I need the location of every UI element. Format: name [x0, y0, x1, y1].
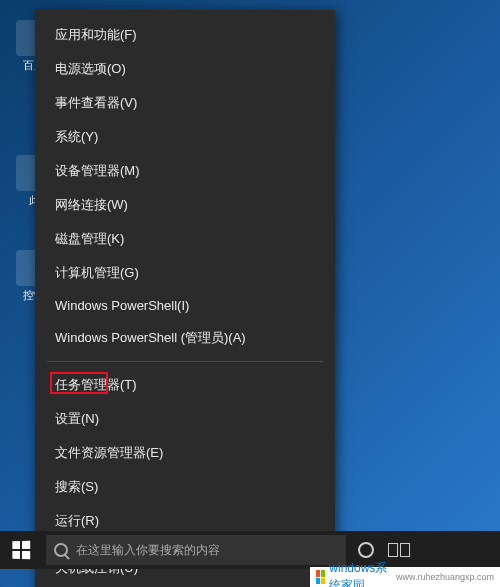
menu-item-powershell-admin[interactable]: Windows PowerShell (管理员)(A) — [35, 321, 335, 355]
watermark-url: www.ruhezhuangxp.com — [396, 572, 494, 582]
menu-item-task-manager[interactable]: 任务管理器(T) — [35, 368, 335, 402]
start-button[interactable] — [0, 531, 42, 569]
task-view-icon[interactable] — [388, 543, 410, 557]
search-placeholder-text: 在这里输入你要搜索的内容 — [76, 542, 220, 559]
taskbar-search-box[interactable]: 在这里输入你要搜索的内容 — [46, 535, 346, 565]
winx-context-menu: 应用和功能(F) 电源选项(O) 事件查看器(V) 系统(Y) 设备管理器(M)… — [35, 10, 335, 587]
search-icon — [54, 543, 68, 557]
watermark-brand: windows系统家园 — [329, 560, 392, 587]
menu-item-system[interactable]: 系统(Y) — [35, 120, 335, 154]
menu-item-computer-management[interactable]: 计算机管理(G) — [35, 256, 335, 290]
taskbar: 在这里输入你要搜索的内容 — [0, 531, 500, 569]
menu-item-disk-management[interactable]: 磁盘管理(K) — [35, 222, 335, 256]
menu-item-power-options[interactable]: 电源选项(O) — [35, 52, 335, 86]
windows-logo-icon — [12, 541, 30, 560]
desktop-background: 百度 此 控制 应用和功能(F) 电源选项(O) 事件查看器(V) 系统(Y) … — [0, 0, 500, 587]
menu-item-search[interactable]: 搜索(S) — [35, 470, 335, 504]
watermark-bar: windows系统家园 www.ruhezhuangxp.com — [310, 567, 500, 587]
windows-color-logo-icon — [316, 570, 325, 584]
menu-item-network-connections[interactable]: 网络连接(W) — [35, 188, 335, 222]
menu-item-apps-and-features[interactable]: 应用和功能(F) — [35, 18, 335, 52]
menu-item-settings[interactable]: 设置(N) — [35, 402, 335, 436]
menu-item-powershell[interactable]: Windows PowerShell(I) — [35, 290, 335, 321]
menu-item-device-manager[interactable]: 设备管理器(M) — [35, 154, 335, 188]
menu-item-event-viewer[interactable]: 事件查看器(V) — [35, 86, 335, 120]
cortana-icon[interactable] — [358, 542, 374, 558]
menu-separator — [47, 361, 323, 362]
menu-item-file-explorer[interactable]: 文件资源管理器(E) — [35, 436, 335, 470]
